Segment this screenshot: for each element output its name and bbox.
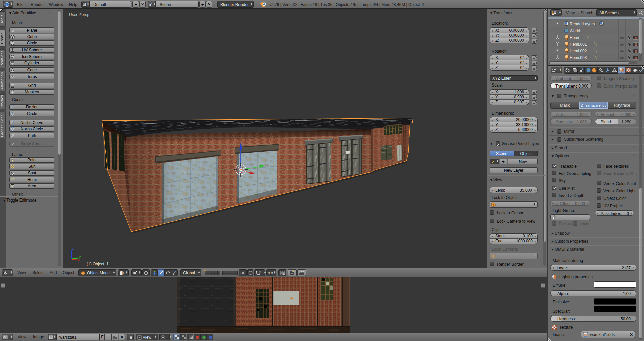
svg-text:x: x: [78, 258, 80, 262]
svg-text:z: z: [72, 247, 74, 250]
svg-text:User Persp: User Persp: [69, 12, 89, 17]
svg-text:(1) Object_1: (1) Object_1: [87, 262, 109, 266]
